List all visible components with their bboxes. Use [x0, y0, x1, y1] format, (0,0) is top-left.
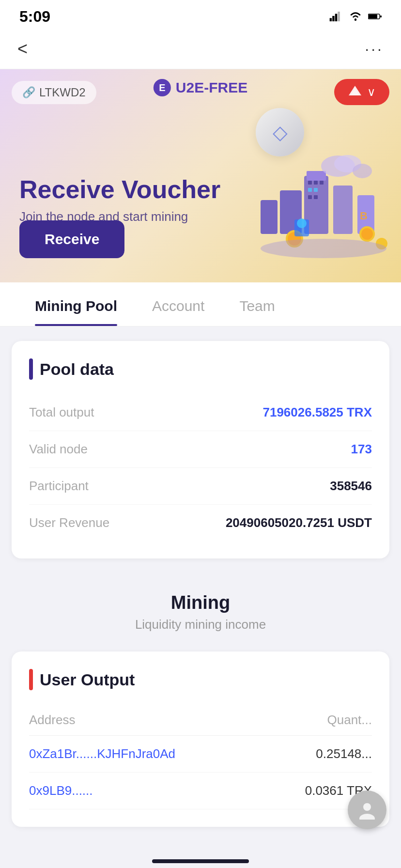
hero-text: Receive Voucher Join the node and start …: [19, 174, 220, 224]
hero-logo: Ε U2E-FREE: [154, 79, 247, 96]
pool-indicator: [29, 358, 33, 380]
svg-rect-7: [380, 16, 382, 17]
nav-bar: < ···: [0, 29, 401, 69]
svg-point-32: [297, 218, 307, 228]
tab-mining-pool[interactable]: Mining Pool: [17, 282, 135, 326]
svg-rect-15: [261, 200, 278, 234]
svg-rect-2: [335, 14, 337, 21]
svg-rect-20: [314, 188, 318, 192]
svg-point-36: [359, 814, 375, 820]
valid-node-label: Valid node: [29, 442, 88, 457]
battery-icon: [368, 12, 382, 21]
city-illustration: B: [217, 98, 401, 282]
tron-dropdown: ∨: [367, 85, 376, 99]
hero-title: Receive Voucher: [19, 174, 220, 204]
user-revenue-label: User Revenue: [29, 515, 109, 530]
badge-text: LTKWD2: [39, 86, 86, 99]
link-icon: 🔗: [22, 86, 35, 99]
back-button[interactable]: <: [17, 39, 28, 59]
svg-rect-1: [332, 16, 334, 21]
svg-point-4: [355, 18, 356, 20]
quantity-header: Quant...: [327, 713, 372, 728]
svg-rect-16: [308, 181, 312, 185]
tab-account[interactable]: Account: [135, 282, 222, 326]
status-time: 5:09: [19, 8, 50, 26]
tabs-section: Mining Pool Account Team: [0, 282, 401, 326]
address-value-2[interactable]: 0x9LB9......: [29, 783, 93, 798]
quantity-value-1: 0.25148...: [316, 746, 372, 761]
participant-label: Participant: [29, 479, 89, 494]
mining-title: Mining: [17, 592, 384, 613]
svg-rect-21: [308, 195, 312, 199]
user-output-title: User Output: [40, 670, 135, 689]
participant-row: Participant 358546: [29, 468, 372, 505]
address-header: Address: [29, 713, 75, 728]
mining-section: Mining Liquidity mining income: [0, 573, 401, 642]
signal-icon: [329, 12, 343, 21]
table-row: 0x9LB9...... 0.0361 TRX: [29, 773, 372, 809]
svg-rect-12: [333, 186, 353, 234]
table-header: Address Quant...: [29, 705, 372, 736]
pool-data-card: Pool data Total output 7196026.5825 TRX …: [12, 341, 389, 558]
pool-data-title: Pool data: [40, 360, 114, 379]
fab-avatar[interactable]: [348, 790, 386, 829]
user-output-card: User Output Address Quant... 0xZa1Br....…: [12, 651, 389, 827]
home-indicator: [152, 859, 249, 863]
user-output-header: User Output: [29, 669, 372, 690]
address-value-1[interactable]: 0xZa1Br......KJHFnJra0Ad: [29, 746, 175, 761]
valid-node-row: Valid node 173: [29, 431, 372, 468]
avatar-icon: [357, 800, 377, 820]
mining-subtitle: Liquidity mining income: [17, 617, 384, 632]
status-icons: [329, 12, 382, 21]
svg-rect-3: [338, 12, 339, 21]
user-output-indicator: [29, 669, 33, 690]
svg-rect-0: [330, 18, 332, 21]
svg-rect-11: [307, 171, 326, 181]
tabs-row: Mining Pool Account Team: [17, 282, 384, 326]
table-row: 0xZa1Br......KJHFnJra0Ad 0.25148...: [29, 736, 372, 773]
more-button[interactable]: ···: [365, 40, 384, 58]
receive-button[interactable]: Receive: [19, 220, 124, 258]
hero-badge[interactable]: 🔗 LTKWD2: [12, 81, 96, 104]
logo-text: U2E-FREE: [176, 79, 247, 96]
logo-icon: Ε: [154, 79, 171, 96]
svg-rect-22: [314, 195, 318, 199]
user-revenue-row: User Revenue 20490605020.7251 USDT: [29, 505, 372, 541]
status-bar: 5:09: [0, 0, 401, 29]
svg-point-26: [361, 228, 373, 240]
svg-rect-17: [314, 181, 318, 185]
svg-rect-18: [320, 181, 324, 185]
svg-point-34: [261, 239, 386, 258]
hero-banner: 🔗 LTKWD2 Ε U2E-FREE ∨ ◇ Receive Voucher …: [0, 69, 401, 282]
svg-point-35: [363, 803, 371, 811]
valid-node-value: 173: [351, 442, 372, 457]
svg-text:B: B: [360, 210, 368, 222]
tron-icon: [348, 85, 362, 99]
svg-point-30: [353, 164, 372, 178]
total-output-row: Total output 7196026.5825 TRX: [29, 394, 372, 431]
total-output-label: Total output: [29, 405, 94, 420]
svg-rect-6: [369, 15, 377, 18]
participant-value: 358546: [330, 479, 372, 494]
user-revenue-value: 20490605020.7251 USDT: [226, 515, 372, 530]
total-output-value: 7196026.5825 TRX: [262, 405, 372, 420]
pool-data-header: Pool data: [29, 358, 372, 380]
wifi-icon: [349, 12, 362, 21]
svg-rect-19: [308, 188, 312, 192]
tab-team[interactable]: Team: [222, 282, 292, 326]
